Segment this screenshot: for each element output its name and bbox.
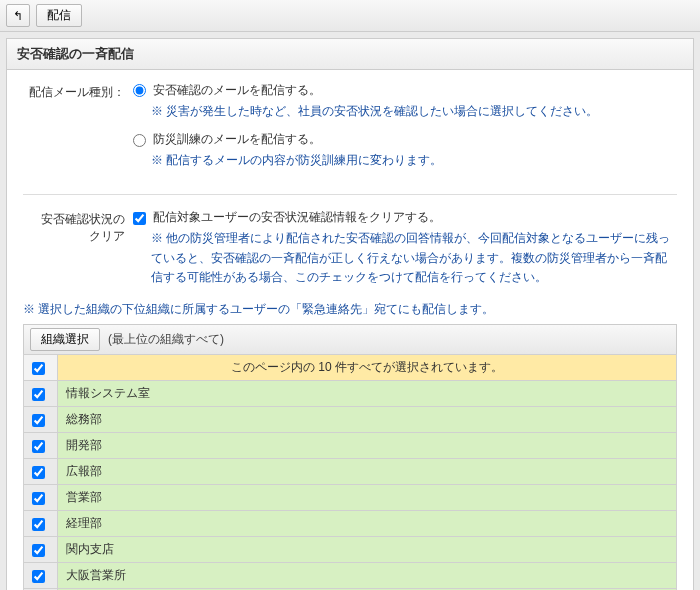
- mail-type-radio-drill[interactable]: [133, 134, 146, 147]
- back-button[interactable]: ↰: [6, 4, 30, 27]
- mail-type-radio-safety[interactable]: [133, 84, 146, 97]
- send-button-top[interactable]: 配信: [36, 4, 82, 27]
- table-row: 総務部: [24, 406, 677, 432]
- divider: [23, 194, 677, 195]
- row-checkbox[interactable]: [32, 518, 45, 531]
- row-checkbox[interactable]: [32, 492, 45, 505]
- org-select-button[interactable]: 組織選択: [30, 328, 100, 351]
- org-name: 総務部: [58, 406, 677, 432]
- row-checkbox[interactable]: [32, 440, 45, 453]
- mail-type-note-drill: ※ 配信するメールの内容が防災訓練用に変わります。: [151, 151, 677, 170]
- clear-note: ※ 他の防災管理者により配信された安否確認の回答情報が、今回配信対象となるユーザ…: [151, 229, 677, 287]
- org-name: 経理部: [58, 510, 677, 536]
- org-name: 関内支店: [58, 536, 677, 562]
- clear-checkbox-label[interactable]: 配信対象ユーザーの安否状況確認情報をクリアする。: [133, 210, 441, 224]
- table-row: 関内支店: [24, 536, 677, 562]
- org-table: このページ内の 10 件すべてが選択されています。 情報システム室総務部開発部広…: [23, 354, 677, 590]
- table-row: 広報部: [24, 458, 677, 484]
- table-row: 情報システム室: [24, 380, 677, 406]
- mail-type-option-safety-label: 安否確認のメールを配信する。: [153, 83, 321, 97]
- org-name: 情報システム室: [58, 380, 677, 406]
- clear-label: 安否確認状況の クリア: [23, 209, 133, 287]
- select-all-checkbox[interactable]: [32, 362, 45, 375]
- clear-checkbox-text: 配信対象ユーザーの安否状況確認情報をクリアする。: [153, 210, 441, 224]
- table-row: 営業部: [24, 484, 677, 510]
- mail-type-option-drill-label: 防災訓練のメールを配信する。: [153, 132, 321, 146]
- org-name: 広報部: [58, 458, 677, 484]
- row-checkbox[interactable]: [32, 414, 45, 427]
- org-select-bar: 組織選択 (最上位の組織すべて): [23, 324, 677, 354]
- mail-type-option-drill[interactable]: 防災訓練のメールを配信する。: [133, 132, 321, 146]
- selection-message: このページ内の 10 件すべてが選択されています。: [58, 354, 677, 380]
- mail-type-note-safety: ※ 災害が発生した時など、社員の安否状況を確認したい場合に選択してください。: [151, 102, 677, 121]
- org-name: 大阪営業所: [58, 562, 677, 588]
- table-row: 開発部: [24, 432, 677, 458]
- delivery-info-note: ※ 選択した組織の下位組織に所属するユーザーの「緊急連絡先」宛てにも配信します。: [23, 301, 677, 318]
- org-scope-text: (最上位の組織すべて): [108, 331, 224, 348]
- main-panel: 安否確認の一斉配信 配信メール種別： 安否確認のメールを配信する。 ※ 災害が発…: [6, 38, 694, 590]
- row-checkbox[interactable]: [32, 570, 45, 583]
- mail-type-option-safety[interactable]: 安否確認のメールを配信する。: [133, 83, 321, 97]
- table-row: 経理部: [24, 510, 677, 536]
- top-toolbar: ↰ 配信: [0, 0, 700, 32]
- table-row: 大阪営業所: [24, 562, 677, 588]
- panel-title: 安否確認の一斉配信: [7, 39, 693, 70]
- mail-type-field: 配信メール種別： 安否確認のメールを配信する。 ※ 災害が発生した時など、社員の…: [23, 82, 677, 180]
- row-checkbox[interactable]: [32, 544, 45, 557]
- row-checkbox[interactable]: [32, 388, 45, 401]
- clear-field: 安否確認状況の クリア 配信対象ユーザーの安否状況確認情報をクリアする。 ※ 他…: [23, 209, 677, 287]
- mail-type-label: 配信メール種別：: [23, 82, 133, 180]
- org-name: 営業部: [58, 484, 677, 510]
- org-name: 開発部: [58, 432, 677, 458]
- row-checkbox[interactable]: [32, 466, 45, 479]
- org-header-row: このページ内の 10 件すべてが選択されています。: [24, 354, 677, 380]
- clear-checkbox[interactable]: [133, 212, 146, 225]
